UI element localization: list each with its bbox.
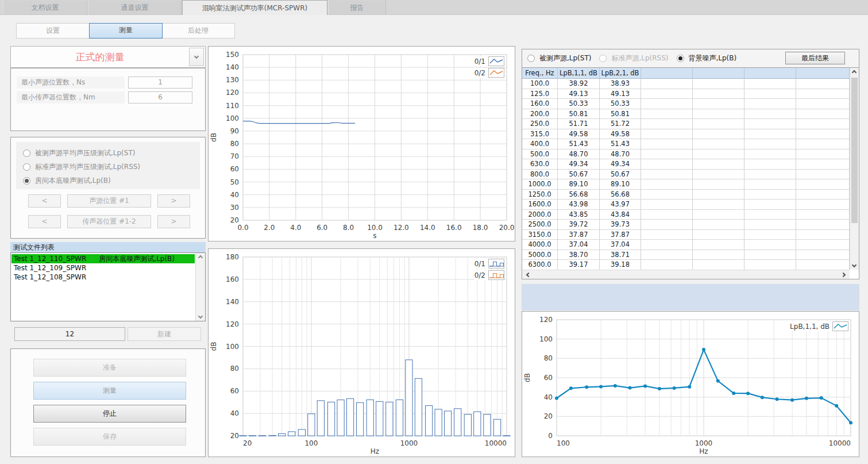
table-row[interactable]: 100.038.9238.93 [522,79,850,89]
scroll-right-icon[interactable] [841,273,846,277]
spacer-band [522,284,859,310]
min-mic-positions-label: 最小传声器位置数，Nm [17,91,125,103]
radio-row-result-lpb[interactable]: 背景噪声,Lp(B) [677,49,737,67]
file-list[interactable]: Test 1_12_110_SPWR房间本底噪声测试,Lp(B)Test 1_1… [10,252,206,321]
stop-button[interactable]: 停止 [33,405,186,423]
radio-row-lpst[interactable]: 被测声源平均声压级测试,Lp(ST) [23,147,200,159]
new-button[interactable]: 新建 [128,327,201,341]
table-cell [744,250,796,260]
source-position-label-button[interactable]: 声源位置 #1 [67,194,151,208]
table-cell [693,159,744,170]
legend-bar-icon [488,259,504,269]
test-type-radio-panel: 被测声源平均声压级测试,Lp(ST) 标准声源平均声压级测试,Lp(RSS) 房… [16,142,200,189]
table-row[interactable]: 2500.039.7239.73 [522,220,850,230]
table-horizontal-scrollbar[interactable] [522,270,850,279]
source-position-prev-button[interactable]: < [28,194,61,208]
svg-text:40: 40 [230,409,239,417]
table-row[interactable]: 3150.037.8737.87 [522,230,850,240]
subtab-postprocess[interactable]: 后处理 [162,24,234,38]
radio-result-lpb[interactable] [677,55,684,62]
table-cell: 6300.0 [522,260,558,270]
radio-result-lprss[interactable] [599,55,607,62]
table-cell [693,190,744,200]
svg-text:140: 140 [226,298,239,306]
svg-text:130: 130 [226,76,239,84]
tab-mcr-spwr[interactable]: 混响室法测试声功率(MCR-SPWR) [182,0,327,15]
file-list-item[interactable]: Test 1_12_108_SPWR [11,273,195,282]
table-row[interactable]: 5000.038.7038.71 [522,250,850,260]
scroll-down-icon[interactable] [198,314,203,319]
subtab-setup[interactable]: 设置 [17,24,90,38]
save-button[interactable]: 保存 [33,428,186,446]
radio-lpb[interactable] [23,177,30,185]
subtab-measure[interactable]: 测量 [89,23,163,39]
table-row[interactable]: 400.051.4351.43 [522,139,850,149]
radio-result-lpst[interactable] [527,55,535,62]
scroll-down-icon[interactable] [852,263,857,267]
table-row[interactable]: 6300.039.1739.18 [522,260,850,270]
table-row[interactable]: 250.051.7151.72 [522,119,850,129]
table-cell [693,139,744,149]
tab-report[interactable]: 报告 [328,1,386,14]
min-source-positions-field[interactable]: 1 [128,76,192,89]
radio-row-lpb[interactable]: 房间本底噪声测试,Lp(B) [23,175,200,187]
scroll-up-icon[interactable] [198,255,203,260]
table-row[interactable]: 315.049.5849.58 [522,129,850,140]
table-cell: 50.33 [558,99,600,109]
svg-text:60: 60 [230,165,239,173]
table-cell: 39.73 [600,220,641,230]
radio-row-result-lpst[interactable]: 被测声源,Lp(ST) [527,49,591,67]
prepare-button[interactable]: 准备 [33,359,186,377]
measure-mode-select[interactable]: 正式的测量 [10,46,206,68]
table-row[interactable]: 2000.043.8543.84 [522,210,850,220]
table-row[interactable]: 200.050.8150.81 [522,109,850,120]
table-row[interactable]: 1000.089.1089.10 [522,179,850,190]
table-row[interactable]: 4000.037.0437.04 [522,240,850,250]
table-row[interactable]: 800.050.6750.67 [522,170,850,180]
table-row[interactable]: 1250.056.6856.68 [522,190,850,200]
file-list-item[interactable]: Test 1_12_109_SPWR [11,263,195,273]
table-row[interactable]: 160.050.3350.33 [522,99,850,109]
svg-text:150: 150 [226,51,239,59]
table-cell [641,179,693,190]
spectrum-bar-chart: 2040608010012014016018020100100010000dBH… [208,248,515,457]
svg-text:140: 140 [226,63,239,71]
mic-position-prev-button[interactable]: < [28,215,61,228]
measure-button[interactable]: 测量 [33,382,186,400]
table-row[interactable]: 500.048.7048.70 [522,149,850,160]
table-cell [744,149,796,160]
radio-lprss[interactable] [23,163,30,171]
radio-lpst[interactable] [23,149,30,157]
mic-position-row: < 传声器位置 #1-2 > [28,215,190,228]
file-list-scrollbar[interactable] [195,253,205,321]
source-position-next-button[interactable]: > [157,194,190,208]
table-cell [641,159,693,170]
table-row[interactable]: 125.049.1349.13 [522,89,850,99]
table-cell: 49.58 [600,129,641,140]
table-cell [693,79,744,89]
radio-row-lprss[interactable]: 标准声源平均声压级测试,Lp(RSS) [23,161,200,173]
file-list-item[interactable]: Test 1_12_110_SPWR房间本底噪声测试,Lp(B) [11,254,195,263]
svg-text:0.0: 0.0 [237,224,248,232]
tab-document-settings[interactable]: 文档设置 [3,1,87,14]
mic-position-next-button[interactable]: > [157,215,190,228]
svg-text:dB: dB [210,342,218,351]
table-vertical-scrollbar[interactable] [850,68,859,270]
result-table-body[interactable]: 100.038.9238.93125.049.1349.13160.050.33… [522,79,850,270]
scroll-up-icon[interactable] [852,70,857,75]
table-row[interactable]: 1600.043.9843.97 [522,200,850,210]
count-button[interactable]: 12 [14,327,125,341]
radio-row-result-lprss[interactable]: 标准声源,Lp(RSS) [599,49,668,67]
scroll-left-icon[interactable] [526,273,531,277]
table-cell [693,89,744,99]
scrollbar-thumb[interactable] [851,78,858,223]
table-cell: 50.81 [600,109,641,120]
last-result-button[interactable]: 最后结果 [785,52,845,64]
svg-text:100: 100 [539,335,553,343]
table-row[interactable]: 630.049.3449.34 [522,159,850,170]
min-mic-positions-field[interactable]: 6 [128,91,192,103]
mic-position-label-button[interactable]: 传声器位置 #1-2 [67,215,151,228]
radio-result-lprss-label: 标准声源,Lp(RSS) [611,53,668,63]
tab-channel-settings[interactable]: 通道设置 [88,1,182,14]
mode-dropdown-button[interactable] [189,48,204,66]
